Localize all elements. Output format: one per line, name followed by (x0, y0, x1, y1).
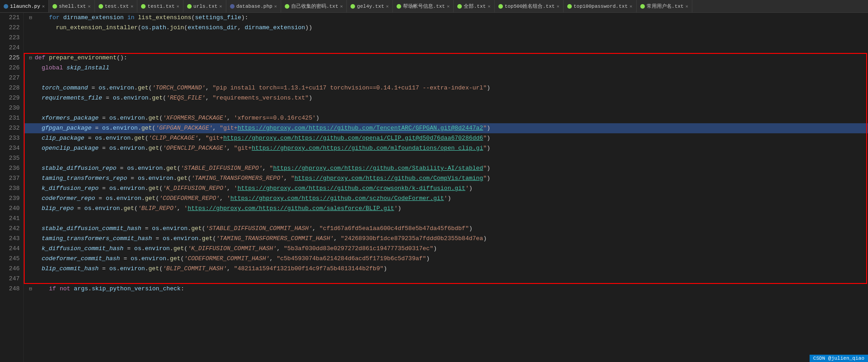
tab-icon-php (230, 4, 235, 9)
tab-close-button[interactable]: ✕ (386, 4, 389, 9)
tab-close-button[interactable]: ✕ (447, 4, 450, 9)
code-line-237: taming_transformers_repo = os.environ.ge… (24, 173, 868, 184)
line-num-226: 226 (0, 63, 23, 73)
tab-icon-text (350, 4, 355, 9)
line-num-239: 239 (0, 194, 23, 204)
tab-close-button[interactable]: ✕ (557, 4, 559, 9)
line-num-233: 233 (0, 133, 23, 143)
tab-launch-py[interactable]: 1launch.py ✕ (0, 0, 49, 12)
tab-icon-text (187, 4, 192, 9)
line-num-222: 222 (0, 23, 23, 33)
editor: 221 222 223 224 225 226 227 228 229 230 … (0, 13, 868, 362)
line-num-223: 223 (0, 33, 23, 43)
code-area[interactable]: ⊟ for dirname_extension in list_extensio… (24, 13, 868, 362)
code-line-231: xformers_package = os.environ.get('XFORM… (24, 113, 868, 123)
line-num-243: 243 (0, 234, 23, 244)
line-num-238: 238 (0, 184, 23, 194)
tab-icon-text (285, 4, 289, 9)
tab-label: top500姓名组合.txt (505, 3, 555, 10)
tab-database-php[interactable]: database.php ✕ (226, 0, 281, 12)
tab-close-button[interactable]: ✕ (488, 4, 491, 9)
tab-close-button[interactable]: ✕ (685, 4, 688, 9)
line-num-229: 229 (0, 93, 23, 103)
code-line-239: codeformer_repo = os.environ.get('CODEFO… (24, 194, 868, 204)
code-line-223 (24, 33, 868, 43)
code-line-229: requirements_file = os.environ.get('REQS… (24, 93, 868, 103)
tab-close-button[interactable]: ✕ (42, 4, 45, 9)
tab-bar: 1launch.py ✕ shell.txt ✕ test.txt ✕ test… (0, 0, 868, 13)
code-line-224 (24, 43, 868, 53)
code-line-235 (24, 153, 868, 163)
code-line-242: stable_diffusion_commit_hash = os.enviro… (24, 224, 868, 234)
line-num-234: 234 (0, 143, 23, 153)
code-line-246: blip_commit_hash = os.environ.get('BLIP_… (24, 264, 868, 274)
fold-icon-225[interactable]: ⊟ (27, 53, 34, 63)
code-line-226: global skip_install (24, 63, 868, 73)
line-num-242: 242 (0, 224, 23, 234)
tab-close-button[interactable]: ✕ (340, 4, 343, 9)
code-line-241 (24, 214, 868, 224)
code-line-234: openclip_package = os.environ.get('OPENC… (24, 143, 868, 153)
line-num-237: 237 (0, 173, 23, 184)
tab-icon-text (99, 4, 103, 9)
status-text: CSDN @julien_qiao (813, 356, 864, 361)
code-line-230 (24, 103, 868, 113)
tab-label: database.php (236, 4, 272, 9)
tab-label: 1launch.py (10, 4, 40, 9)
line-num-227: 227 (0, 73, 23, 83)
tab-icon-text (498, 4, 503, 9)
tab-label: urls.txt (193, 4, 218, 9)
tab-close-button[interactable]: ✕ (177, 4, 179, 9)
tab-label: top100password.txt (574, 4, 628, 9)
line-num-228: 228 (0, 83, 23, 93)
tab-icon-text (397, 4, 401, 9)
tab-icon-python (4, 4, 8, 9)
tab-label: test1.txt (147, 4, 174, 9)
code-line-232: gfpgan_package = os.environ.get('GFPGAN_… (24, 123, 868, 133)
tab-label: shell.txt (59, 4, 86, 9)
line-num-240: 240 (0, 204, 23, 214)
fold-icon-248[interactable]: ⊟ (27, 284, 34, 294)
tab-changyong-txt[interactable]: 常用用户名.txt ✕ (637, 0, 692, 12)
tab-top100password-txt[interactable]: top100password.txt ✕ (564, 0, 637, 12)
tab-test1-txt[interactable]: test1.txt ✕ (137, 0, 183, 12)
code-line-244: k_diffusion_commit_hash = os.environ.get… (24, 244, 868, 254)
tab-label: 常用用户名.txt (647, 3, 684, 10)
line-num-241: 241 (0, 214, 23, 224)
code-line-240: blip_repo = os.environ.get('BLIP_REPO', … (24, 204, 868, 214)
code-line-245: codeformer_commit_hash = os.environ.get(… (24, 254, 868, 264)
line-numbers: 221 222 223 224 225 226 227 228 229 230 … (0, 13, 24, 362)
tab-close-button[interactable]: ✕ (274, 4, 277, 9)
tab-shell-txt[interactable]: shell.txt ✕ (49, 0, 94, 12)
code-line-222: run_extension_installer(os.path.join(ext… (24, 23, 868, 33)
tab-quanbu-txt[interactable]: 全部.txt ✕ (454, 0, 494, 12)
code-line-238: k_diffusion_repo = os.environ.get('K_DIF… (24, 184, 868, 194)
tab-icon-text (141, 4, 146, 9)
code-line-233: clip_package = os.environ.get('CLIP_PACK… (24, 133, 868, 143)
line-num-244: 244 (0, 244, 23, 254)
tab-test-txt[interactable]: test.txt ✕ (95, 0, 138, 12)
tab-bangchang-txt[interactable]: 帮场帐号信息.txt ✕ (393, 0, 454, 12)
tab-urls-txt[interactable]: urls.txt ✕ (183, 0, 226, 12)
tab-close-button[interactable]: ✕ (131, 4, 133, 9)
line-num-235: 235 (0, 153, 23, 163)
status-bar: CSDN @julien_qiao (810, 355, 868, 362)
tab-label: 帮场帐号信息.txt (403, 3, 445, 10)
tab-label: 全部.txt (464, 3, 486, 10)
code-line-228: torch_command = os.environ.get('TORCH_CO… (24, 83, 868, 93)
tab-close-button[interactable]: ✕ (88, 4, 90, 9)
tab-gel4y-txt[interactable]: gel4y.txt ✕ (347, 0, 392, 12)
tab-ziji-txt[interactable]: 自己收集的密码.txt ✕ (281, 0, 347, 12)
line-num-231: 231 (0, 113, 23, 123)
fold-icon[interactable]: ⊟ (27, 13, 34, 23)
tab-icon-text (52, 4, 57, 9)
code-line-227 (24, 73, 868, 83)
code-line-248: ⊟ if not args.skip_python_version_check: (24, 284, 868, 294)
tab-top500-txt[interactable]: top500姓名组合.txt ✕ (495, 0, 564, 12)
tab-label: 自己收集的密码.txt (291, 3, 338, 10)
line-num-245: 245 (0, 254, 23, 264)
line-num-246: 246 (0, 264, 23, 274)
code-line-221: ⊟ for dirname_extension in list_extensio… (24, 13, 868, 23)
tab-close-button[interactable]: ✕ (220, 4, 222, 9)
tab-close-button[interactable]: ✕ (630, 4, 633, 9)
